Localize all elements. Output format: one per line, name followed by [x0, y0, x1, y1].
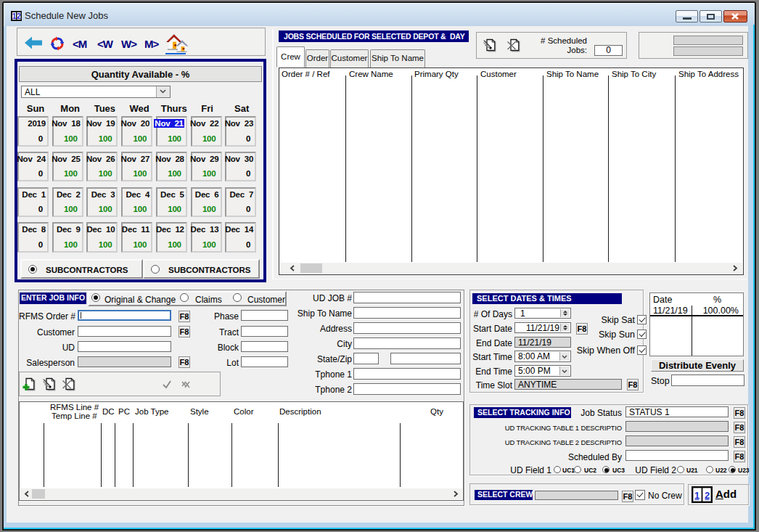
- svg-text:1: 1: [12, 12, 17, 20]
- svg-text:2: 2: [17, 12, 21, 20]
- svg-text:1: 1: [694, 490, 699, 501]
- svg-text:2: 2: [705, 490, 710, 501]
